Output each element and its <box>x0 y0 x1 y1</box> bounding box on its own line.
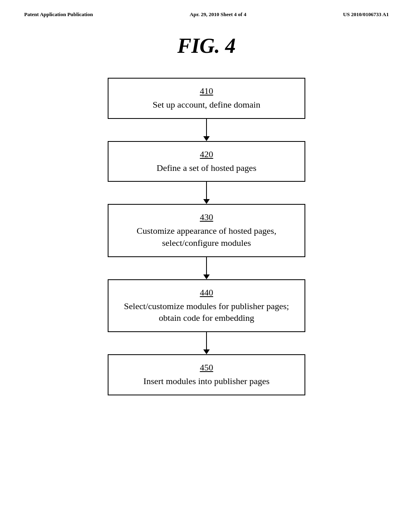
arrow-line-2 <box>206 182 207 199</box>
header-left: Patent Application Publication <box>24 11 93 18</box>
page-header: Patent Application Publication Apr. 29, … <box>0 0 413 18</box>
arrow-line-1 <box>206 119 207 136</box>
step-420-text: Define a set of hosted pages <box>118 162 295 174</box>
step-410-text: Set up account, define domain <box>118 99 295 111</box>
arrow-2 <box>203 182 210 204</box>
arrow-head-2 <box>203 199 210 204</box>
flow-box-450: 450 Insert modules into publisher pages <box>108 354 305 395</box>
step-430-number: 430 <box>118 212 295 222</box>
step-450-text: Insert modules into publisher pages <box>118 375 295 387</box>
arrow-4 <box>203 332 210 354</box>
flow-box-420: 420 Define a set of hosted pages <box>108 141 305 182</box>
arrow-line-3 <box>206 257 207 274</box>
arrow-1 <box>203 119 210 141</box>
flow-box-410: 410 Set up account, define domain <box>108 78 305 119</box>
figure-title: FIG. 4 <box>0 34 413 58</box>
arrow-head-3 <box>203 274 210 279</box>
step-440-text: Select/customize modules for publisher p… <box>118 300 295 324</box>
flowchart: 410 Set up account, define domain 420 De… <box>0 78 413 395</box>
header-right: US 2010/0106733 A1 <box>343 11 389 18</box>
step-430-text: Customize appearance of hosted pages, se… <box>118 225 295 249</box>
arrow-3 <box>203 257 210 279</box>
arrow-head-1 <box>203 136 210 141</box>
step-410-number: 410 <box>118 86 295 96</box>
flow-box-430: 430 Customize appearance of hosted pages… <box>108 204 305 257</box>
step-440-number: 440 <box>118 287 295 298</box>
flow-box-440: 440 Select/customize modules for publish… <box>108 279 305 332</box>
arrow-head-4 <box>203 349 210 354</box>
arrow-line-4 <box>206 332 207 349</box>
step-450-number: 450 <box>118 362 295 373</box>
header-center: Apr. 29, 2010 Sheet 4 of 4 <box>190 11 246 18</box>
step-420-number: 420 <box>118 149 295 160</box>
